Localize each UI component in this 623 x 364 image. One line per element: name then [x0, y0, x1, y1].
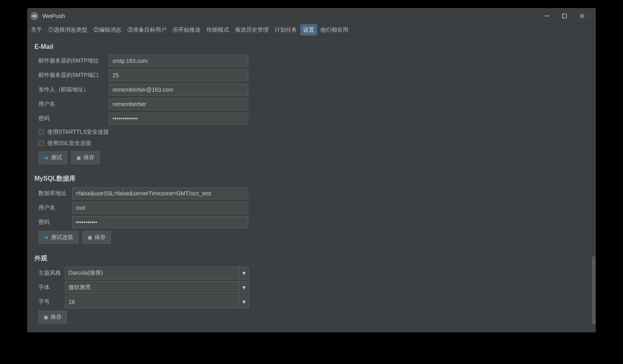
starttls-label: 使用STARTTLS安全连接: [47, 129, 109, 136]
ssl-checkbox[interactable]: [38, 141, 44, 146]
db-pass-label: 密码: [34, 219, 72, 226]
db-user-label: 用户名: [34, 204, 72, 211]
save-icon: ▣: [76, 155, 81, 161]
maximize-button[interactable]: [561, 13, 568, 19]
sender-label: 发件人（邮箱地址）: [34, 86, 109, 93]
theme-select[interactable]: Darcula(推荐) ▼: [65, 267, 249, 280]
smtp-addr-label: 邮件服务器的SMTP地址: [34, 57, 109, 64]
minimize-button[interactable]: [544, 13, 550, 19]
save-icon: ▣: [88, 235, 92, 240]
fontsize-label: 字号: [34, 298, 65, 306]
svg-rect-1: [563, 14, 567, 18]
email-user-label: 用户名: [34, 101, 109, 108]
mysql-section-title: MySQL数据库: [34, 175, 589, 183]
font-select-value: 微软雅黑: [68, 284, 91, 291]
theme-label: 主题风格: [34, 269, 65, 277]
starttls-checkbox[interactable]: [38, 129, 44, 135]
appearance-save-button[interactable]: ▣ 保存: [38, 311, 67, 324]
db-test-button-label: 测试连接: [51, 234, 73, 241]
db-test-button[interactable]: ➜ 测试连接: [38, 231, 78, 244]
theme-select-value: Darcula(推荐): [68, 269, 103, 277]
caret-down-icon: ▼: [239, 267, 249, 279]
email-pass-input[interactable]: [109, 113, 248, 125]
scrollbar-thumb[interactable]: [592, 256, 595, 324]
app-title: WePush: [42, 12, 65, 19]
fontsize-select[interactable]: 18 ▼: [65, 296, 249, 308]
svg-rect-0: [545, 16, 549, 16]
close-button[interactable]: [579, 13, 585, 19]
email-pass-label: 密码: [34, 115, 109, 122]
tab-start-push[interactable]: ④开始推送: [170, 24, 203, 36]
arrow-right-icon: ➜: [44, 155, 48, 161]
tab-bar: 关于 ①选择消息类型 ②编辑消息 ③准备目标用户 ④开始推送 性能模式 推送历史…: [27, 24, 596, 36]
db-addr-input[interactable]: [72, 187, 248, 199]
email-save-button[interactable]: ▣ 保存: [71, 151, 100, 164]
db-save-button[interactable]: ▣ 保存: [82, 231, 111, 244]
email-section-title: E-Mail: [34, 43, 589, 50]
fontsize-select-value: 18: [68, 299, 75, 305]
appearance-section-title: 外观: [34, 254, 589, 263]
email-test-button[interactable]: ➜ 测试: [38, 151, 67, 164]
app-window: WePush 关于 ①选择消息类型 ②编辑消息 ③准备目标用户 ④开始推送 性能…: [27, 8, 596, 332]
smtp-port-input[interactable]: [109, 69, 248, 81]
tab-perf-mode[interactable]: 性能模式: [204, 24, 232, 36]
settings-panel: E-Mail 邮件服务器的SMTP地址 邮件服务器的SMTP端口 发件人（邮箱地…: [27, 36, 596, 332]
smtp-addr-input[interactable]: [109, 55, 248, 67]
arrow-right-icon: ➜: [44, 234, 48, 241]
db-user-input[interactable]: [72, 202, 248, 214]
tab-about[interactable]: 关于: [28, 24, 45, 36]
db-save-button-label: 保存: [94, 234, 106, 241]
ssl-label: 使用SSL安全连接: [47, 140, 91, 147]
tab-prepare-targets[interactable]: ③准备目标用户: [125, 24, 169, 36]
save-icon: ▣: [44, 314, 48, 320]
db-addr-label: 数据库地址: [34, 190, 72, 197]
tab-push-history[interactable]: 推送历史管理: [232, 24, 271, 36]
email-save-button-label: 保存: [83, 154, 94, 161]
smtp-port-label: 邮件服务器的SMTP端口: [34, 72, 109, 79]
tab-select-msg-type[interactable]: ①选择消息类型: [45, 24, 90, 36]
caret-down-icon: ▼: [239, 282, 249, 294]
vertical-scrollbar[interactable]: [591, 36, 595, 332]
caret-down-icon: ▼: [239, 296, 249, 308]
db-pass-input[interactable]: [72, 216, 248, 228]
appearance-save-button-label: 保存: [50, 314, 62, 321]
tab-edit-msg[interactable]: ②编辑消息: [90, 24, 124, 36]
font-select[interactable]: 微软雅黑 ▼: [65, 281, 249, 294]
sender-input[interactable]: [109, 84, 248, 96]
tab-who-uses[interactable]: 他们都在用: [318, 24, 351, 36]
font-label: 字体: [34, 284, 65, 291]
tab-schedule[interactable]: 计划任务: [272, 24, 300, 36]
titlebar: WePush: [27, 8, 596, 24]
tab-settings[interactable]: 设置: [300, 24, 317, 36]
email-user-input[interactable]: [109, 98, 248, 110]
email-test-button-label: 测试: [51, 154, 62, 161]
app-icon: [30, 12, 38, 20]
